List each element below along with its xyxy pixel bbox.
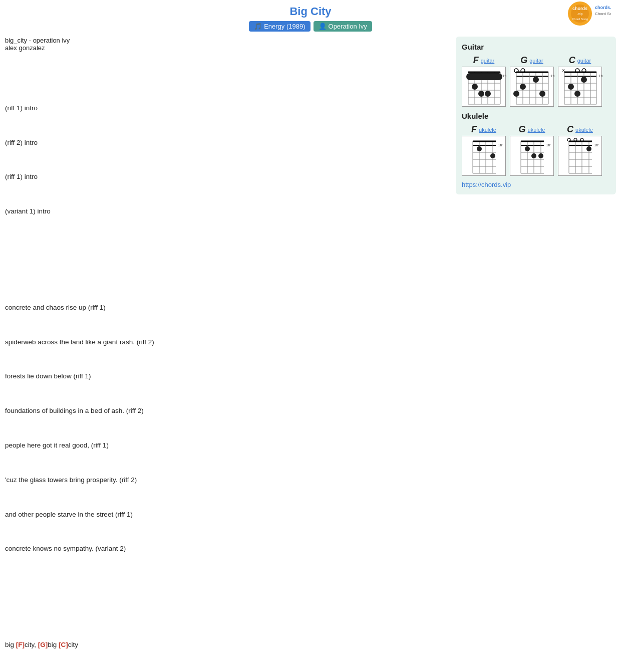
uke-chord-C-link[interactable]: ukulele: [575, 127, 593, 133]
chord-F-name: F: [473, 55, 479, 66]
ukulele-chord-row: F ukulele: [462, 124, 610, 176]
svg-point-85: [525, 146, 530, 151]
svg-text:.vip: .vip: [577, 12, 583, 16]
svg-point-20: [472, 84, 478, 90]
svg-text:1fr: 1fr: [594, 143, 599, 147]
chord-F-guitar-svg: 1fr: [462, 67, 506, 107]
uke-chord-F-diagram: 1fr: [462, 136, 506, 176]
chords-url[interactable]: https://chords.vip: [462, 181, 610, 188]
guitar-chord-row: F guitar: [462, 55, 610, 107]
verse1-line8: concrete knows no sympathy. (variant 2): [5, 543, 448, 555]
person-icon: 👤: [319, 23, 327, 30]
uke-G-svg: 1fr: [510, 136, 554, 176]
uke-chord-C-diagram: 1fr: [558, 136, 602, 176]
verse1-line3: forests lie down below (riff 1): [5, 371, 448, 382]
svg-point-22: [485, 91, 491, 97]
svg-text:x: x: [562, 68, 565, 73]
chord-G-name: G: [520, 55, 527, 66]
uke-chord-G-name: G: [519, 124, 526, 135]
svg-point-60: [574, 91, 580, 97]
uke-chord-C-name-row: C ukulele: [567, 124, 593, 135]
svg-text:1fr: 1fr: [550, 74, 554, 78]
svg-point-59: [568, 84, 574, 90]
svg-point-72: [477, 146, 482, 151]
uke-F-svg: 1fr: [462, 136, 506, 176]
chord-C-1[interactable]: [C]: [59, 641, 68, 648]
verse1-line2: spiderweb across the land like a giant r…: [5, 337, 448, 348]
logo: chords .vip Chord Song chords.vip Chord …: [566, 0, 611, 29]
artist-badge-label: Operation Ivy: [329, 23, 367, 30]
svg-text:1fr: 1fr: [546, 143, 551, 147]
svg-point-39: [520, 84, 526, 90]
music-icon: 🎵: [254, 23, 262, 30]
album-badge[interactable]: 🎵 Energy (1989): [249, 21, 310, 32]
ukulele-section-title: Ukulele: [462, 112, 610, 120]
svg-text:chords: chords: [572, 6, 587, 11]
svg-point-58: [581, 77, 587, 83]
lyrics-block: (riff 1) intro (riff 2) intro (riff 1) i…: [5, 57, 448, 672]
main-layout: big_city - operation ivy alex gonzalez (…: [0, 37, 621, 672]
meta-line1: big_city - operation ivy: [5, 37, 448, 44]
chord-C-guitar-svg: x 1fr: [558, 67, 602, 107]
page-title: Big City: [0, 5, 621, 18]
intro-block: (riff 1) intro (riff 2) intro (riff 1) i…: [5, 80, 448, 241]
song-meta: big_city - operation ivy alex gonzalez: [5, 37, 448, 52]
page-header: Big City 🎵 Energy (1989) 👤 Operation Ivy…: [0, 0, 621, 37]
chord-F-name-row: F guitar: [473, 55, 495, 66]
guitar-section-title: Guitar: [462, 43, 610, 51]
uke-chord-F-link[interactable]: ukulele: [479, 127, 496, 133]
uke-chord-F-name: F: [471, 124, 477, 135]
svg-text:chords.vip: chords.vip: [595, 5, 611, 10]
uke-chord-C-name: C: [567, 124, 573, 135]
svg-text:1fr: 1fr: [502, 74, 506, 78]
uke-chord-G-link[interactable]: ukulele: [528, 127, 545, 133]
intro-line2: (riff 2) intro: [5, 137, 448, 149]
chorus1-line1: big [F]city, [G]big [C]city: [5, 639, 448, 651]
chord-C-name: C: [569, 55, 575, 66]
uke-chord-G-diagram: 1fr: [510, 136, 554, 176]
chord-C-guitar-diagram: x 1fr: [558, 67, 602, 107]
chord-G-1[interactable]: [G]: [38, 641, 48, 648]
svg-point-40: [513, 91, 519, 97]
ukulele-chord-G: G ukulele: [510, 124, 554, 176]
guitar-chord-G: G guitar: [510, 55, 554, 107]
guitar-chord-C: C guitar: [558, 55, 602, 107]
chord-G-guitar-link[interactable]: guitar: [529, 58, 543, 64]
ukulele-chord-F: F ukulele: [462, 124, 506, 176]
left-column: big_city - operation ivy alex gonzalez (…: [5, 37, 448, 672]
svg-point-102: [586, 146, 591, 151]
intro-line4: (variant 1) intro: [5, 206, 448, 217]
chord-F-guitar-link[interactable]: guitar: [481, 58, 495, 64]
svg-point-73: [490, 153, 495, 158]
meta-line2: alex gonzalez: [5, 44, 448, 52]
svg-point-41: [539, 91, 545, 97]
chord-C-guitar-link[interactable]: guitar: [577, 58, 591, 64]
verse1-block: concrete and chaos rise up (riff 1) spid…: [5, 279, 448, 578]
uke-chord-G-name-row: G ukulele: [519, 124, 545, 135]
verse1-line7: and other people starve in the street (r…: [5, 509, 448, 521]
intro-line1: (riff 1) intro: [5, 103, 448, 114]
album-badge-label: Energy (1989): [264, 23, 305, 30]
chord-G-guitar-svg: 1fr: [510, 67, 554, 107]
verse1-line4: foundations of buildings in a bed of ash…: [5, 405, 448, 417]
verse1-line5: people here got it real good, (riff 1): [5, 440, 448, 452]
svg-text:Chord Song: Chord Song: [572, 18, 588, 21]
uke-C-svg: 1fr: [558, 136, 602, 176]
intro-line3: (riff 1) intro: [5, 171, 448, 183]
guitar-chord-F: F guitar: [462, 55, 506, 107]
artist-badge[interactable]: 👤 Operation Ivy: [314, 21, 372, 32]
right-column: Guitar F guitar: [456, 37, 616, 672]
svg-point-87: [538, 153, 543, 158]
svg-text:1fr: 1fr: [598, 74, 602, 78]
ukulele-chord-C: C ukulele: [558, 124, 602, 176]
chord-G-name-row: G guitar: [520, 55, 543, 66]
chord-F-1[interactable]: [F]: [16, 641, 25, 648]
svg-point-38: [533, 77, 539, 83]
svg-text:Chord Song Lyric: Chord Song Lyric: [595, 12, 611, 16]
chord-F-guitar-diagram: 1fr: [462, 67, 506, 107]
chorus1-block: big [F]city, [G]big [C]city big [F]city,…: [5, 616, 448, 672]
svg-point-86: [531, 153, 536, 158]
svg-text:1fr: 1fr: [498, 143, 503, 147]
svg-rect-19: [466, 73, 502, 80]
badge-row: 🎵 Energy (1989) 👤 Operation Ivy: [0, 21, 621, 32]
